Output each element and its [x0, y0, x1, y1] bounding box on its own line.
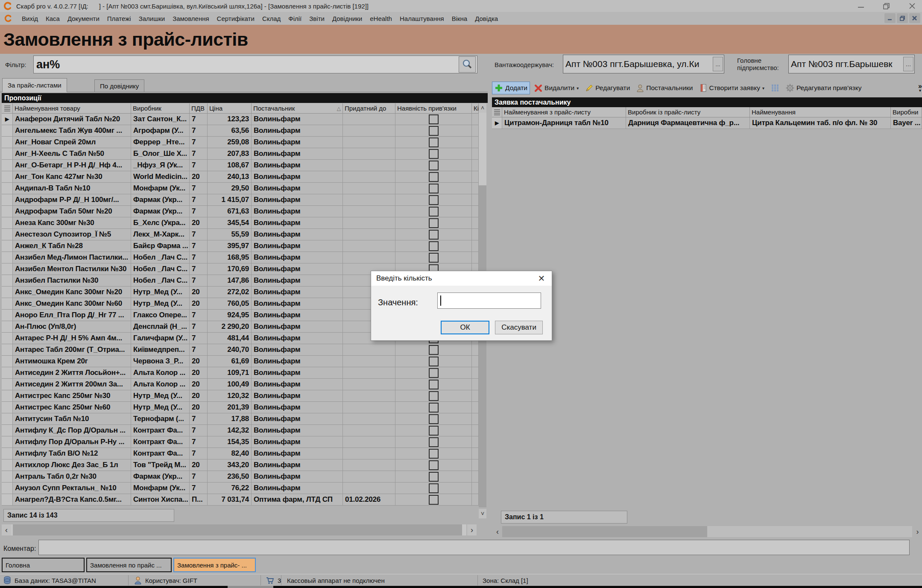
checkbox-unchecked[interactable]	[429, 495, 439, 505]
menu-item-Каса[interactable]: Каса	[42, 13, 64, 24]
cell[interactable]: Анг_Н-Хеель С Табл №50	[13, 148, 131, 160]
toolbar-overflow-button[interactable]: »▾	[918, 84, 922, 92]
cell[interactable]: Нутр_Мед (У...	[131, 402, 190, 413]
row-selector[interactable]	[2, 402, 13, 413]
row-selector[interactable]: ▶	[492, 117, 502, 129]
restore-button[interactable]	[881, 1, 892, 11]
cell[interactable]: Контракт Фа...	[131, 448, 190, 459]
cell[interactable]: 7 031,74	[208, 494, 252, 506]
menu-item-eHealth[interactable]: eHealth	[366, 13, 396, 24]
cell[interactable]: Цитрамон-Дарниця табл №10	[502, 117, 626, 129]
checkbox-unchecked[interactable]	[429, 230, 439, 240]
cell[interactable]: Волиньфарм	[252, 483, 343, 494]
row-selector[interactable]	[2, 298, 13, 310]
quantity-cell[interactable]	[472, 379, 479, 390]
cell[interactable]: Анаферон Дитячий Табл №20	[13, 114, 131, 125]
binding-cell[interactable]	[395, 114, 472, 125]
binding-cell[interactable]	[395, 252, 472, 263]
cell[interactable]: 7	[190, 183, 208, 194]
menu-item-Склад[interactable]: Склад	[258, 13, 284, 24]
cell[interactable]	[343, 137, 395, 148]
cell[interactable]: 61,69	[208, 356, 252, 367]
checkbox-unchecked[interactable]	[429, 172, 439, 182]
cell[interactable]: Антихлор Люкс Дез Зас_Б 1л	[13, 459, 131, 471]
cell[interactable]: Дарниця Фармацевтична ф_р...	[626, 117, 750, 129]
cell[interactable]	[343, 240, 395, 252]
cell[interactable]: Волиньфарм	[252, 275, 343, 287]
cell[interactable]: 7	[190, 310, 208, 321]
binding-cell[interactable]	[395, 471, 472, 483]
quantity-cell[interactable]	[472, 240, 479, 252]
cell[interactable]: 142,32	[208, 425, 252, 436]
cell[interactable]: Ангельмекс Табл Жув 400мг ...	[13, 125, 131, 137]
cell[interactable]: Альта Колор ...	[131, 367, 190, 379]
table-row[interactable]: Анжел_К Табл №28Байєр Фарма ...7395,97Во…	[2, 240, 479, 252]
cell[interactable]: 671,63	[208, 206, 252, 217]
menu-item-Налаштування[interactable]: Налаштування	[396, 13, 448, 24]
cell[interactable]: 272,02	[208, 287, 252, 298]
dialog-close-icon[interactable]: ✕	[533, 271, 550, 286]
cell[interactable]: Волиньфарм	[252, 171, 343, 183]
offers-vscroll-down-button[interactable]: ˅	[479, 509, 486, 518]
cell[interactable]: Антитусин Табл №10	[13, 413, 131, 425]
cell[interactable]: Фармак (Укр...	[131, 206, 190, 217]
cell[interactable]: 924,95	[208, 310, 252, 321]
cell[interactable]: Київмедпреп...	[131, 344, 190, 356]
row-selector[interactable]	[2, 379, 13, 390]
quantity-cell[interactable]	[472, 356, 479, 367]
cell[interactable]: Цитра Кальцемин таб. п/о фл. № 30	[750, 117, 891, 129]
cell[interactable]	[343, 344, 395, 356]
mdi-close-button[interactable]	[909, 13, 920, 23]
cell[interactable]: Лекх_М-Харк...	[131, 229, 190, 240]
task-button-Головна[interactable]: Головна	[2, 558, 85, 572]
cell[interactable]: Антарес Р-Н Д/_Н 5% Амп 4м...	[13, 333, 131, 344]
column-header-Наявність прив'язки[interactable]: Наявність прив'язки	[395, 103, 472, 114]
main-enterprise-field[interactable]: Апт №003 пгт.Барышевк …	[788, 55, 915, 73]
cell[interactable]: 17,88	[208, 413, 252, 425]
column-header-Виробник із прайс-листу[interactable]: Виробник із прайс-листу	[626, 107, 750, 117]
row-selector[interactable]	[2, 344, 13, 356]
cell[interactable]: 147,86	[208, 275, 252, 287]
cell[interactable]: Анеза Капс 300мг №30	[13, 217, 131, 229]
request-hscroll-left-button[interactable]: ‹	[493, 526, 502, 537]
filter-input[interactable]: ан%	[33, 56, 477, 73]
cell[interactable]: Антраль Табл 0,2г №30	[13, 471, 131, 483]
checkbox-unchecked[interactable]	[429, 449, 439, 459]
cell[interactable]: Антимошка Крем 20г	[13, 356, 131, 367]
cell[interactable]: 345,54	[208, 217, 252, 229]
cell[interactable]: Б_Олог_Ше Х...	[131, 148, 190, 160]
cell[interactable]: Денсплай (Н_...	[131, 321, 190, 333]
cell[interactable]: 7	[190, 252, 208, 263]
cell[interactable]: Анзибел Ментол Пастилки №30	[13, 263, 131, 275]
binding-cell[interactable]	[395, 459, 472, 471]
cell[interactable]: Анзибел Мед-Лимон Пастилки...	[13, 252, 131, 263]
table-row[interactable]: Анг_Н-Хеель С Табл №50Б_Олог_Ше Х...7207…	[2, 148, 479, 160]
cell[interactable]: Волиньфарм	[252, 436, 343, 448]
binding-cell[interactable]	[395, 413, 472, 425]
cell[interactable]: 7	[190, 344, 208, 356]
cell[interactable]: Волиньфарм	[252, 194, 343, 206]
cell[interactable]: Глаксо Опере...	[131, 310, 190, 321]
cell[interactable]: Волиньфарм	[252, 217, 343, 229]
cell[interactable]: 7	[190, 333, 208, 344]
cell[interactable]: Волиньфарм	[252, 148, 343, 160]
quantity-cell[interactable]	[472, 448, 479, 459]
cell[interactable]: Синтон Хиспа...	[131, 494, 190, 506]
task-button-Замовлення по прайс ...[interactable]: Замовлення по прайс ...	[86, 558, 172, 572]
table-row[interactable]: Антихлор Люкс Дез Зас_Б 1лТов "Трейд М..…	[2, 459, 479, 471]
dialog-value-input[interactable]	[437, 293, 541, 309]
cell[interactable]	[343, 356, 395, 367]
row-selector[interactable]	[2, 390, 13, 402]
close-button[interactable]	[907, 1, 918, 11]
cell[interactable]: Зат Сантон_К...	[131, 114, 190, 125]
cell[interactable]: П...	[190, 494, 208, 506]
cell[interactable]: 7	[190, 137, 208, 148]
cell[interactable]: Тернофарм (...	[131, 413, 190, 425]
menu-item-Довідка[interactable]: Довідка	[471, 13, 502, 24]
binding-cell[interactable]	[395, 125, 472, 137]
row-selector[interactable]	[2, 275, 13, 287]
quantity-cell[interactable]	[472, 459, 479, 471]
row-selector[interactable]	[2, 459, 13, 471]
cell[interactable]: 1 415,07	[208, 194, 252, 206]
cell[interactable]: 63,56	[208, 125, 252, 137]
